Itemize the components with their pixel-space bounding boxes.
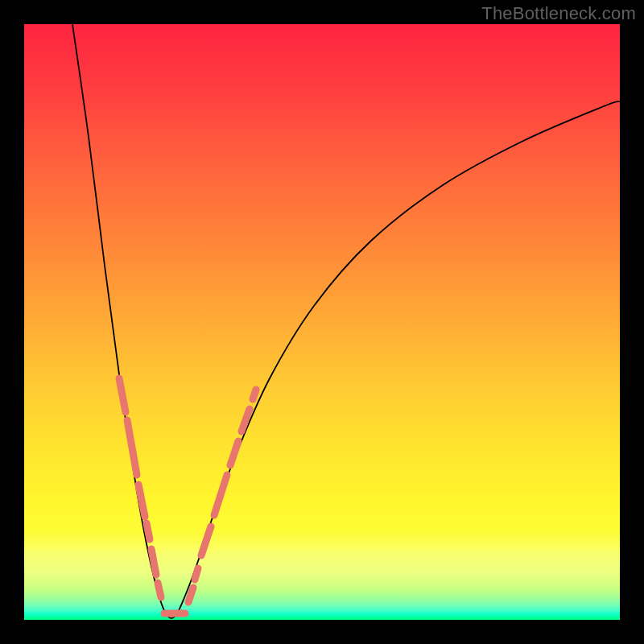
plot-area (24, 24, 620, 620)
salmon-dash-segment (230, 441, 238, 465)
watermark-text: TheBottleneck.com (481, 3, 636, 24)
salmon-dash-segment (242, 409, 250, 431)
salmon-dash-segment (147, 523, 150, 539)
salmon-dash-group (119, 378, 256, 613)
outer-black-frame: TheBottleneck.com (0, 0, 644, 644)
salmon-dash-segment (195, 568, 198, 580)
salmon-dash-segment (127, 420, 137, 475)
salmon-dash-segment (158, 583, 161, 597)
salmon-dash-segment (201, 526, 211, 555)
curve-svg (24, 24, 620, 620)
salmon-dash-segment (151, 549, 156, 575)
salmon-dash-segment (214, 475, 227, 515)
salmon-dash-segment (188, 588, 193, 602)
salmon-dash-segment (119, 378, 126, 412)
salmon-dash-segment (253, 390, 256, 399)
bottleneck-curve (72, 24, 620, 618)
salmon-dash-segment (138, 485, 145, 517)
